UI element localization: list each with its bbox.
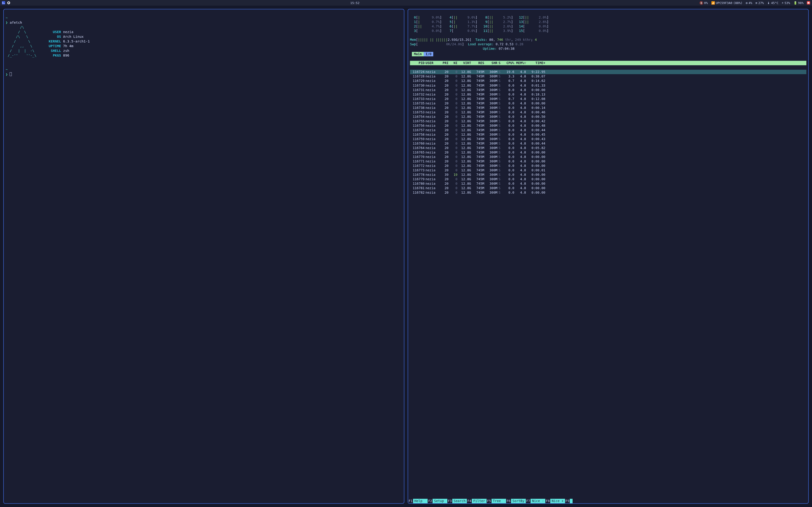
menu-icon: ≡ <box>756 1 758 5</box>
table-row[interactable]: 116764nezia20012.8G745M300MS0.04.80:05.8… <box>410 146 806 150</box>
fkey-bar: F1Help F2Setup F3SearchF4FilterF5Tree F6… <box>408 499 808 503</box>
cwd-tilde-2: ~ <box>6 68 8 71</box>
tasks-label: Tasks: <box>475 38 487 42</box>
uptime-label: Uptime: <box>483 47 497 50</box>
table-row[interactable]: 116779nezia20012.8G745M300MS0.04.80:00.0… <box>410 177 806 181</box>
terminal-right-htop[interactable]: 0[| 9.0%] 4[|| 9.6%] 8[|| 5.2%] 12[|| 2.… <box>408 9 809 504</box>
mem-label: Mem <box>410 38 416 42</box>
table-row[interactable]: 116773nezia20012.8G745M300MS0.04.80:00.0… <box>410 168 806 172</box>
table-row[interactable]: 116724nezia20012.8G745M300MS19.64.89:22.… <box>410 70 806 74</box>
svg-point-5 <box>808 3 808 3</box>
wifi-pct: (88%) <box>733 1 743 5</box>
fkey-F8[interactable]: F8Nice + <box>545 499 565 503</box>
table-row[interactable]: 116760nezia20012.8G745M300MS0.04.80:00.4… <box>410 141 806 146</box>
table-row[interactable]: 116756nezia20012.8G745M300MS0.04.80:00.4… <box>410 123 806 128</box>
volume-indicator[interactable]: 🔇 0% <box>700 1 708 5</box>
mem-used: 2.93G/15.2G <box>448 38 469 42</box>
fkey-F2[interactable]: F2Setup <box>427 499 447 503</box>
firefox-icon[interactable] <box>7 1 10 4</box>
table-row[interactable]: 116780nezia20012.8G745M300MS0.04.80:00.0… <box>410 181 806 186</box>
discord-tray-icon[interactable] <box>807 1 810 4</box>
battery-icon: 🔋 <box>794 1 797 5</box>
command-afetch: afetch <box>10 21 22 24</box>
cpu-bars: 0[| 9.0%] 4[|| 9.6%] 8[|| 5.2%] 12[|| 2.… <box>410 15 553 33</box>
temperature-indicator[interactable]: 🌡 45°C <box>767 1 778 5</box>
table-row[interactable]: 116757nezia20012.8G745M300MS0.04.80:00.4… <box>410 128 806 132</box>
table-row[interactable]: 116728nezia20012.8G745M300MS3.34.80:38.0… <box>410 74 806 78</box>
prompt-symbol-2: ❯ <box>6 72 8 76</box>
table-row[interactable]: 116772nezia20012.8G745M300MS0.04.80:00.0… <box>410 164 806 168</box>
wifi-ssid: UPC59F3A0 <box>716 1 732 5</box>
uptime-value: 07:04:38 <box>499 47 514 50</box>
fkey-F7[interactable]: F7Nice - <box>526 499 545 503</box>
fkey-F6[interactable]: F6SortBy <box>506 499 525 503</box>
svg-point-4 <box>808 2 810 4</box>
table-row[interactable]: 116738nezia20012.8G745M300MS0.04.80:00.1… <box>410 106 806 110</box>
table-row[interactable]: 116778nezia391912.8G745M300MS0.04.80:00.… <box>410 172 806 177</box>
brightness-icon: ☀ <box>782 1 783 5</box>
wifi-icon: 📶 <box>711 1 715 5</box>
volume-pct: 0% <box>704 1 708 5</box>
terminal-left[interactable]: ~ ❯ afetch /\ / \ USER nezia /\ \ OS Arc… <box>3 9 404 504</box>
table-row[interactable]: 116781nezia20012.8G745M300MS0.04.80:00.0… <box>410 186 806 190</box>
fan-indicator[interactable]: ⚙ 4% <box>746 1 752 5</box>
cwd-tilde: ~ <box>6 16 8 20</box>
swp-label: Swp <box>410 42 416 46</box>
load-label: Load average: <box>468 42 494 46</box>
table-row[interactable]: 116732nezia20012.8G745M300MS0.04.80:18.1… <box>410 92 806 97</box>
workspace: ~ ❯ afetch /\ / \ USER nezia /\ \ OS Arc… <box>0 6 812 507</box>
svg-point-2 <box>8 2 9 3</box>
table-row[interactable]: 116770nezia20012.8G745M300MS0.04.80:00.0… <box>410 155 806 159</box>
table-row[interactable]: 116730nezia20012.8G745M300MS0.04.80:01.3… <box>410 83 806 88</box>
tab-main[interactable]: Main <box>412 52 424 56</box>
svg-point-6 <box>809 3 809 3</box>
fkey-F4[interactable]: F4Filter <box>467 499 486 503</box>
clock: 15:52 <box>13 1 697 5</box>
brightness-indicator[interactable]: ☀ 53% <box>782 1 790 5</box>
table-row[interactable]: 116729nezia20012.8G745M300MS0.74.80:14.6… <box>410 78 806 83</box>
table-row[interactable]: 116731nezia20012.8G745M300MS0.04.80:00.0… <box>410 88 806 92</box>
thermometer-icon: 🌡 <box>767 1 770 5</box>
table-row[interactable]: 116782nezia20012.8G745M300MS0.04.80:00.0… <box>410 190 806 195</box>
table-row[interactable]: 116753nezia20012.8G745M300MS0.04.80:00.4… <box>410 110 806 115</box>
table-row[interactable]: 116735nezia20012.8G745M300MS0.04.80:00.0… <box>410 101 806 106</box>
gear-icon: ⚙ <box>746 1 748 5</box>
table-row[interactable]: 116754nezia20012.8G745M300MS0.04.80:00.5… <box>410 115 806 119</box>
terminal-icon[interactable] <box>2 1 5 4</box>
prompt-symbol: ❯ <box>6 21 8 24</box>
table-row[interactable]: 116765nezia20012.8G745M300MS0.04.80:00.0… <box>410 150 806 155</box>
process-list[interactable]: 116724nezia20012.8G745M300MS19.64.89:22.… <box>410 70 806 195</box>
fkey-F5[interactable]: F5Tree <box>487 499 506 503</box>
table-row[interactable]: 116755nezia20012.8G745M300MS0.04.80:00.4… <box>410 119 806 123</box>
ram-indicator[interactable]: ≡ 27% <box>756 1 764 5</box>
battery-indicator[interactable]: 🔋 98% <box>794 1 804 5</box>
htop-tabs: MainI/O <box>410 52 806 56</box>
swp-text: 0K/24.0G <box>446 42 462 46</box>
table-row[interactable]: 116733nezia20012.8G745M300MS0.74.80:12.0… <box>410 97 806 101</box>
fkey-F1[interactable]: F1Help <box>408 499 427 503</box>
svg-rect-0 <box>2 1 5 4</box>
table-row[interactable]: 116759nezia20012.8G745M300MS0.04.80:00.4… <box>410 137 806 141</box>
fkey-F3[interactable]: F3Search <box>447 499 467 503</box>
process-header[interactable]: PIDUSERPRINIVIRTRESSHRSCPU%MEM%▽TIME+ <box>410 61 806 65</box>
tab-io[interactable]: I/O <box>424 52 433 56</box>
wifi-indicator[interactable]: 📶 UPC59F3A0 (88%) <box>711 1 743 5</box>
table-row[interactable]: 116771nezia20012.8G745M300MS0.04.80:00.0… <box>410 159 806 164</box>
fkey-F9[interactable]: F9 <box>565 499 573 503</box>
table-row[interactable]: 116758nezia20012.8G745M300MS0.04.80:00.4… <box>410 132 806 137</box>
taskbar: 15:52 🔇 0% 📶 UPC59F3A0 (88%) ⚙ 4% ≡ 27% … <box>0 0 812 6</box>
afetch-output: /\ / \ USER nezia /\ \ OS Arch Linux / \… <box>6 25 90 57</box>
volume-muted-icon: 🔇 <box>700 1 703 5</box>
cursor[interactable] <box>10 72 12 76</box>
